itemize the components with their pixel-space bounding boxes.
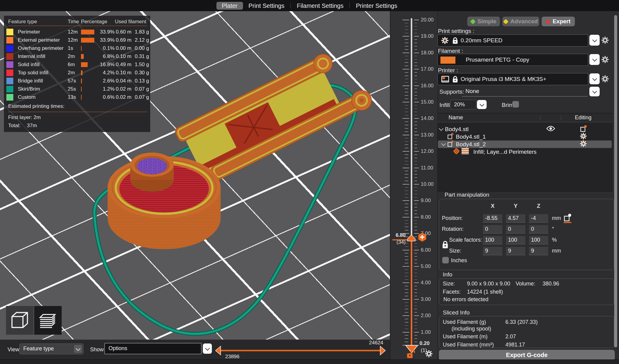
manip-input-z[interactable]: 100 [529, 236, 549, 244]
sidebar-scrollbar[interactable] [614, 15, 617, 347]
object-settings-gear-icon[interactable] [579, 140, 587, 147]
ruler-tick [405, 259, 408, 260]
view-layers-button[interactable] [34, 306, 62, 335]
show-options-field[interactable]: Options [104, 343, 202, 354]
ruler-tick [405, 148, 408, 148]
manip-input-z[interactable]: 9 [529, 246, 549, 255]
layer-slider-track-upper[interactable] [411, 18, 412, 237]
brim-checkbox[interactable] [512, 101, 519, 108]
add-layer-range-button[interactable] [417, 232, 427, 242]
feature-weight: 0.31 g [133, 53, 149, 60]
tab-printer-settings[interactable]: Printer Settings [350, 2, 403, 10]
ruler-tick [405, 43, 408, 43]
printer-combo[interactable]: Original Prusa i3 MK3S & MK3S+ [437, 73, 588, 85]
ruler-tick [414, 164, 417, 165]
supports-combobox[interactable]: None [462, 86, 588, 97]
ruler-tick [403, 53, 409, 53]
ruler-tick [405, 319, 408, 319]
mode-advanced-button[interactable]: Advanced [502, 17, 539, 26]
range-slider-right-handle[interactable] [380, 346, 385, 355]
infill-field[interactable]: 20% [450, 100, 476, 109]
ruler-tick [405, 269, 408, 270]
ruler-tick [403, 332, 409, 333]
filament-dropdown-button[interactable] [589, 54, 600, 65]
export-gcode-button[interactable]: Export G-code [439, 350, 615, 360]
ruler-tick [414, 43, 417, 43]
manip-input-y[interactable]: 4.57 [506, 214, 526, 223]
object-settings-gear-icon[interactable] [579, 132, 587, 140]
feature-length: 0.49 m [115, 62, 131, 68]
show-options-dropdown-button[interactable] [203, 343, 212, 354]
manip-input-x[interactable]: 100 [483, 236, 503, 244]
manip-input-y[interactable]: 9 [506, 246, 526, 255]
sliced-info-title: Sliced Info [443, 309, 470, 316]
filament-edit-gear-icon[interactable] [601, 55, 609, 64]
print-settings-dropdown-button[interactable] [589, 35, 600, 46]
view-type-dropdown[interactable]: Feature type [19, 343, 83, 354]
print-settings-edit-gear-icon[interactable] [601, 36, 609, 44]
ruler-tick [405, 263, 408, 263]
ruler-tick [403, 69, 409, 69]
tab-plater[interactable]: Plater [216, 2, 243, 10]
infill-dropdown-button[interactable] [477, 100, 487, 109]
preview-toolbar: View Feature type Show Options 24624 238… [0, 340, 390, 360]
eye-icon[interactable] [546, 125, 555, 131]
feature-weight: 0.07 g [133, 94, 149, 100]
ruler-tick [414, 151, 419, 152]
expander-chevron-icon[interactable] [441, 141, 446, 146]
object-list-row-infill-laye-d-perimeters[interactable]: Infill; Laye...d Perimeters [438, 148, 612, 156]
feature-percent-bar [81, 79, 82, 83]
ruler-tick [414, 220, 417, 221]
ruler-tick [414, 115, 417, 116]
manip-input-x[interactable]: 0 [483, 225, 503, 234]
mode-expert-button[interactable]: Expert [542, 17, 575, 26]
ruler-tick [414, 269, 417, 270]
layer-slider-track-lower[interactable] [411, 237, 412, 345]
ruler-tick [405, 92, 408, 92]
uniform-scale-lock-icon[interactable] [441, 240, 449, 250]
edit-object-icon[interactable] [579, 124, 587, 132]
tab-print-settings[interactable]: Print Settings [243, 2, 290, 10]
ruler-major-label: 9.00 [421, 198, 431, 204]
feature-time: 12m [68, 29, 78, 35]
drop-to-bed-icon[interactable] [562, 213, 572, 224]
manip-input-z[interactable]: -4 [529, 214, 549, 223]
feature-length: 0.10 m [115, 70, 131, 76]
ruler-tick [405, 322, 408, 323]
feature-percent-bar [81, 46, 82, 51]
sliced-row-value: 6.33 (207.33) [505, 319, 538, 325]
manip-input-x[interactable]: -8.55 [483, 214, 503, 223]
view-3d-button[interactable] [6, 306, 34, 335]
ruler-tick [414, 342, 417, 342]
feature-percent: 16.8% [97, 62, 115, 68]
feature-length: 0.00 m [115, 45, 131, 51]
ruler-tick [403, 299, 409, 300]
ruler-major-label: 19.00 [421, 33, 434, 39]
ruler-tick [405, 154, 408, 155]
ruler-major-label: 18.00 [421, 50, 434, 56]
filament-combo[interactable]: Prusament PETG - Copy [437, 54, 588, 66]
printer-dropdown-button[interactable] [589, 73, 600, 84]
inches-checkbox[interactable] [442, 257, 449, 263]
printer-edit-gear-icon[interactable] [601, 75, 609, 83]
tab-filament-settings[interactable]: Filament Settings [291, 2, 349, 10]
feature-percent: 33.9% [97, 29, 115, 35]
ruler-tick [405, 141, 408, 142]
first-layer-time: First layer: 2m [8, 114, 41, 121]
expander-chevron-icon[interactable] [439, 126, 444, 131]
feature-percent: 4.2% [97, 70, 115, 76]
ruler-tick [405, 138, 408, 139]
mode-simple-button[interactable]: Simple [467, 17, 500, 26]
layer-slider-settings-gear-icon[interactable] [425, 350, 433, 358]
supports-dropdown-button[interactable] [589, 87, 600, 96]
unlock-icon[interactable] [406, 349, 415, 359]
ruler-major-label: 20.00 [421, 17, 434, 23]
manip-input-y[interactable]: 0 [506, 225, 526, 234]
manip-input-z[interactable]: 0 [529, 225, 549, 234]
range-slider-left-handle[interactable] [216, 346, 221, 355]
feature-name: Top solid infill [18, 70, 48, 76]
manip-input-y[interactable]: 100 [506, 236, 526, 244]
manip-input-x[interactable]: 9 [483, 246, 503, 255]
print-settings-combo[interactable]: 0.20mm SPEED [437, 34, 588, 47]
ruler-tick [414, 158, 417, 158]
